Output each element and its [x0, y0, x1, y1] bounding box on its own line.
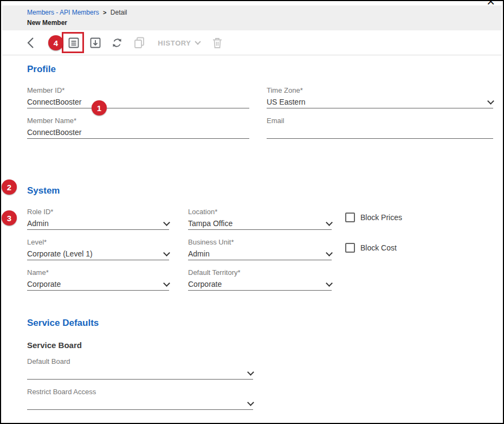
chevron-down-icon[interactable]: [163, 280, 170, 287]
chevron-down-icon[interactable]: [326, 219, 333, 226]
time-zone-value[interactable]: US Eastern: [267, 98, 306, 106]
history-dropdown: HISTORY: [154, 30, 204, 55]
annotation-badge-4: 4: [48, 35, 63, 50]
trash-icon: [211, 36, 224, 49]
breadcrumb: Members - API Members > Detail: [27, 9, 502, 16]
block-cost-checkbox[interactable]: [345, 243, 355, 253]
annotation-badge-3: 3: [2, 210, 17, 226]
page-header: Members - API Members > Detail New Membe…: [2, 5, 502, 30]
annotation-badge-1: 1: [92, 100, 107, 115]
chevron-down-icon[interactable]: [247, 399, 254, 406]
member-name-field[interactable]: Member Name* ConnectBooster: [27, 117, 249, 139]
restrict-board-access-label: Restrict Board Access: [27, 388, 253, 396]
default-territory-value[interactable]: Corporate: [188, 280, 222, 288]
block-prices-checkbox-row[interactable]: Block Prices: [345, 213, 402, 222]
save-and-close-button[interactable]: [88, 30, 102, 55]
system-section-title: System: [27, 185, 60, 196]
chevron-down-icon[interactable]: [163, 219, 170, 226]
save-button-highlight-box: [62, 32, 84, 53]
chevron-down-icon[interactable]: [326, 249, 333, 256]
save-and-close-icon: [89, 36, 102, 49]
role-id-value[interactable]: Admin: [27, 219, 49, 228]
default-board-field[interactable]: Default Board: [27, 357, 253, 380]
business-unit-label: Business Unit*: [188, 238, 332, 246]
delete-button: [210, 30, 224, 55]
member-name-value[interactable]: ConnectBooster: [27, 128, 81, 137]
block-prices-label: Block Prices: [360, 213, 402, 222]
service-board-subsection-title: Service Board: [27, 341, 82, 350]
name-label: Name*: [27, 268, 169, 277]
chevron-down-icon[interactable]: [326, 280, 333, 287]
time-zone-label: Time Zone*: [267, 86, 493, 94]
chevron-down-icon[interactable]: [247, 369, 254, 376]
location-label: Location*: [188, 208, 332, 216]
restrict-board-access-field[interactable]: Restrict Board Access: [27, 388, 253, 410]
member-name-label: Member Name*: [27, 117, 249, 125]
member-detail-window: ✕ Members - API Members > Detail New Mem…: [0, 0, 504, 424]
role-id-label: Role ID*: [27, 208, 169, 216]
block-cost-checkbox-row[interactable]: Block Cost: [345, 243, 397, 253]
refresh-icon: [111, 36, 124, 49]
back-button[interactable]: [24, 30, 38, 55]
level-value[interactable]: Corporate (Level 1): [27, 249, 93, 258]
profile-section-title: Profile: [27, 64, 56, 75]
default-territory-label: Default Territory*: [188, 268, 332, 277]
refresh-button[interactable]: [110, 30, 124, 55]
member-id-value[interactable]: ConnectBooster: [27, 98, 81, 106]
chevron-down-icon: [195, 38, 201, 44]
location-value[interactable]: Tampa Office: [188, 219, 232, 228]
chevron-down-icon[interactable]: [163, 249, 170, 256]
page-title: New Member: [27, 19, 502, 27]
block-prices-checkbox[interactable]: [345, 213, 355, 222]
member-id-label: Member ID*: [27, 86, 249, 94]
name-field[interactable]: Name* Corporate: [27, 268, 169, 291]
block-cost-label: Block Cost: [360, 243, 397, 252]
annotation-badge-2: 2: [2, 179, 17, 195]
breadcrumb-current: Detail: [111, 9, 127, 16]
name-value[interactable]: Corporate: [27, 280, 61, 288]
chevron-down-icon[interactable]: [487, 98, 494, 105]
history-label: HISTORY: [158, 39, 191, 47]
email-label: Email: [267, 117, 493, 125]
business-unit-value[interactable]: Admin: [188, 249, 210, 258]
default-territory-field[interactable]: Default Territory* Corporate: [188, 268, 332, 291]
level-field[interactable]: Level* Corporate (Level 1): [27, 238, 169, 260]
level-label: Level*: [27, 238, 169, 246]
copy-icon: [133, 36, 146, 49]
role-id-field[interactable]: Role ID* Admin: [27, 208, 169, 230]
service-defaults-section-title: Service Defaults: [27, 318, 99, 329]
default-board-label: Default Board: [27, 357, 253, 365]
copy-button: [132, 30, 146, 55]
close-icon[interactable]: ✕: [486, 0, 495, 7]
location-field[interactable]: Location* Tampa Office: [188, 208, 332, 230]
member-id-field[interactable]: Member ID* ConnectBooster: [27, 86, 249, 108]
business-unit-field[interactable]: Business Unit* Admin: [188, 238, 332, 260]
email-field[interactable]: Email: [267, 117, 493, 139]
breadcrumb-separator: >: [103, 9, 106, 16]
breadcrumb-members-api-members-link[interactable]: Members - API Members: [27, 9, 99, 16]
back-chevron-icon: [25, 36, 37, 50]
time-zone-field[interactable]: Time Zone* US Eastern: [267, 86, 493, 108]
